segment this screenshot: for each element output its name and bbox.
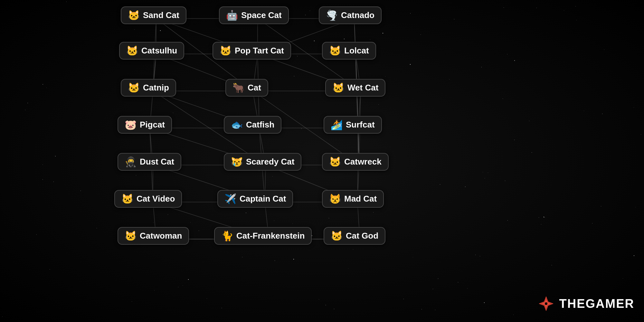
node-label-wet-cat: Wet Cat: [347, 83, 378, 93]
node-emoji-cat: 🐂: [232, 83, 244, 93]
node-space-cat[interactable]: 🤖Space Cat: [219, 6, 289, 24]
node-emoji-lolcat: 🐱: [329, 46, 341, 56]
node-label-catnado: Catnado: [341, 10, 374, 20]
node-wet-cat[interactable]: 🐱Wet Cat: [325, 79, 385, 97]
node-captain-cat[interactable]: ✈️Captain Cat: [217, 190, 293, 208]
node-cat[interactable]: 🐂Cat: [225, 79, 268, 97]
node-emoji-catsulhu: 🐱: [126, 46, 138, 56]
node-surfcat[interactable]: 🏄Surfcat: [324, 116, 382, 134]
node-emoji-space-cat: 🤖: [226, 11, 238, 20]
node-emoji-pigcat: 🐷: [125, 120, 137, 130]
node-emoji-cat-frankenstein: 🐈: [221, 231, 233, 241]
node-label-cat-god: Cat God: [346, 231, 378, 241]
thegamer-icon: [537, 295, 555, 312]
node-catsulhu[interactable]: 🐱Catsulhu: [119, 42, 184, 60]
node-dust-cat[interactable]: 🥷Dust Cat: [118, 153, 181, 171]
node-emoji-catwreck: 🐱: [329, 157, 341, 167]
node-label-catnip: Catnip: [143, 83, 169, 93]
node-sand-cat[interactable]: 🐱Sand Cat: [121, 6, 186, 24]
node-cat-frankenstein[interactable]: 🐈Cat-Frankenstein: [214, 227, 312, 245]
node-emoji-wet-cat: 🐱: [332, 83, 344, 93]
node-cat-video[interactable]: 🐱Cat Video: [114, 190, 182, 208]
node-cat-god[interactable]: 🐱Cat God: [324, 227, 385, 245]
node-catwoman[interactable]: 🐱Catwoman: [118, 227, 189, 245]
node-label-catfish: Catfish: [246, 120, 274, 130]
node-catnip[interactable]: 🐱Catnip: [121, 79, 176, 97]
node-pop-tart-cat[interactable]: 🐱Pop Tart Cat: [213, 42, 291, 60]
node-label-lolcat: Lolcat: [344, 46, 369, 56]
node-label-cat-frankenstein: Cat-Frankenstein: [236, 231, 305, 241]
node-emoji-scaredy-cat: 😿: [231, 157, 243, 167]
node-pigcat[interactable]: 🐷Pigcat: [118, 116, 172, 134]
node-emoji-pop-tart-cat: 🐱: [220, 46, 232, 56]
node-catfish[interactable]: 🐟Catfish: [224, 116, 281, 134]
node-label-space-cat: Space Cat: [241, 10, 282, 20]
node-scaredy-cat[interactable]: 😿Scaredy Cat: [224, 153, 301, 171]
node-emoji-catnado: 🌪️: [326, 11, 338, 20]
svg-point-58: [545, 302, 547, 305]
node-label-scaredy-cat: Scaredy Cat: [246, 157, 294, 167]
node-emoji-captain-cat: ✈️: [224, 194, 236, 204]
node-emoji-catwoman: 🐱: [125, 231, 137, 241]
node-mad-cat[interactable]: 😾Mad Cat: [322, 190, 384, 208]
node-emoji-dust-cat: 🥷: [125, 157, 137, 167]
node-label-sand-cat: Sand Cat: [143, 10, 179, 20]
node-emoji-mad-cat: 😾: [329, 194, 341, 204]
node-label-catwoman: Catwoman: [140, 231, 182, 241]
node-label-cat: Cat: [248, 83, 261, 93]
node-label-cat-video: Cat Video: [137, 194, 175, 204]
node-label-pop-tart-cat: Pop Tart Cat: [235, 46, 284, 56]
node-label-surfcat: Surfcat: [346, 120, 375, 130]
node-lolcat[interactable]: 🐱Lolcat: [322, 42, 376, 60]
node-emoji-catnip: 🐱: [128, 83, 140, 93]
node-label-catsulhu: Catsulhu: [141, 46, 177, 56]
node-label-catwreck: Catwreck: [344, 157, 382, 167]
node-emoji-cat-video: 🐱: [121, 194, 133, 204]
node-catwreck[interactable]: 🐱Catwreck: [322, 153, 389, 171]
node-label-captain-cat: Captain Cat: [240, 194, 286, 204]
node-label-mad-cat: Mad Cat: [344, 194, 377, 204]
node-label-dust-cat: Dust Cat: [140, 157, 174, 167]
node-emoji-catfish: 🐟: [231, 120, 243, 130]
thegamer-text: THEGAMER: [559, 297, 634, 311]
node-emoji-surfcat: 🏄: [331, 120, 343, 130]
node-emoji-sand-cat: 🐱: [128, 11, 140, 20]
thegamer-logo: THEGAMER: [537, 295, 634, 312]
node-label-pigcat: Pigcat: [140, 120, 165, 130]
node-emoji-cat-god: 🐱: [331, 231, 343, 241]
node-catnado[interactable]: 🌪️Catnado: [319, 6, 382, 24]
